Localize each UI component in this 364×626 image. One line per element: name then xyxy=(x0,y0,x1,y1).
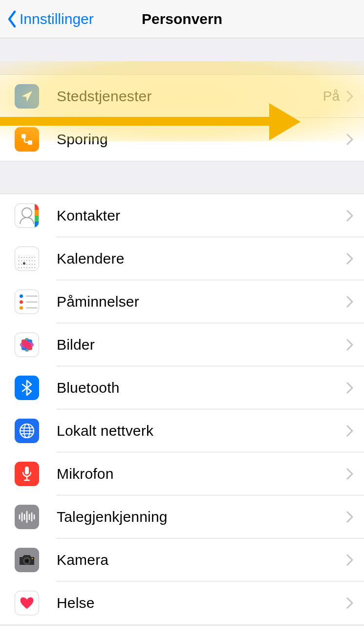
row-contacts[interactable]: Kontakter xyxy=(0,194,364,237)
row-label: Mikrofon xyxy=(57,466,346,482)
row-label: Bilder xyxy=(57,336,346,353)
chevron-right-icon xyxy=(346,468,353,480)
chevron-right-icon xyxy=(346,382,353,394)
row-label: Talegjenkjenning xyxy=(57,509,346,525)
chevron-right-icon xyxy=(346,425,353,437)
heart-icon xyxy=(15,591,39,615)
row-label: Kontakter xyxy=(57,207,346,224)
calendar-icon: ....... ....... ..●.... ....... xyxy=(15,246,39,271)
chevron-right-icon xyxy=(346,90,353,102)
chevron-left-icon xyxy=(7,10,18,28)
back-button[interactable]: Innstillinger xyxy=(0,10,94,28)
location-icon xyxy=(15,84,39,109)
row-label: Sporing xyxy=(57,131,346,148)
chevron-right-icon xyxy=(346,339,353,351)
svg-rect-1 xyxy=(28,140,32,145)
svg-point-22 xyxy=(32,558,33,559)
chevron-right-icon xyxy=(346,554,353,566)
row-label: Påminnelser xyxy=(57,293,346,310)
row-label: Helse xyxy=(57,595,346,611)
section-data-access: Kontakter ....... ....... ..●.... ......… xyxy=(0,194,364,625)
row-microphone[interactable]: Mikrofon xyxy=(0,452,364,495)
bluetooth-icon xyxy=(15,376,39,400)
row-location-services[interactable]: Stedstjenester På xyxy=(0,75,364,118)
chevron-right-icon xyxy=(346,253,353,265)
tracking-icon xyxy=(15,127,39,152)
photos-icon xyxy=(15,333,39,357)
svg-point-21 xyxy=(25,559,28,562)
row-speech-recognition[interactable]: Talegjenkjenning xyxy=(0,495,364,538)
row-tracking[interactable]: Sporing xyxy=(0,118,364,161)
row-value: På xyxy=(323,89,340,104)
row-camera[interactable]: Kamera xyxy=(0,538,364,581)
waveform-icon xyxy=(15,505,39,529)
microphone-icon xyxy=(15,462,39,486)
contacts-icon xyxy=(15,203,39,228)
chevron-right-icon xyxy=(346,511,353,523)
back-label: Innstillinger xyxy=(20,11,94,27)
row-label: Kamera xyxy=(57,552,346,568)
page-title: Personvern xyxy=(142,11,222,27)
globe-icon xyxy=(15,419,39,443)
chevron-right-icon xyxy=(346,210,353,222)
chevron-right-icon xyxy=(346,134,353,145)
row-reminders[interactable]: Påminnelser xyxy=(0,280,364,323)
row-label: Stedstjenester xyxy=(57,88,323,105)
row-local-network[interactable]: Lokalt nettverk xyxy=(0,409,364,452)
row-label: Lokalt nettverk xyxy=(57,423,346,439)
row-photos[interactable]: Bilder xyxy=(0,323,364,366)
section-location-tracking: Stedstjenester På Sporing xyxy=(0,74,364,161)
row-label: Bluetooth xyxy=(57,380,346,396)
svg-rect-12 xyxy=(25,467,29,474)
reminders-icon xyxy=(15,290,39,314)
nav-bar: Innstillinger Personvern xyxy=(0,0,364,38)
chevron-right-icon xyxy=(346,296,353,308)
row-label: Kalendere xyxy=(57,250,346,267)
row-health[interactable]: Helse xyxy=(0,581,364,625)
chevron-right-icon xyxy=(346,597,353,609)
row-bluetooth[interactable]: Bluetooth xyxy=(0,366,364,409)
svg-rect-0 xyxy=(21,134,26,138)
row-calendars[interactable]: ....... ....... ..●.... ....... Kalender… xyxy=(0,237,364,280)
camera-icon xyxy=(15,548,39,572)
